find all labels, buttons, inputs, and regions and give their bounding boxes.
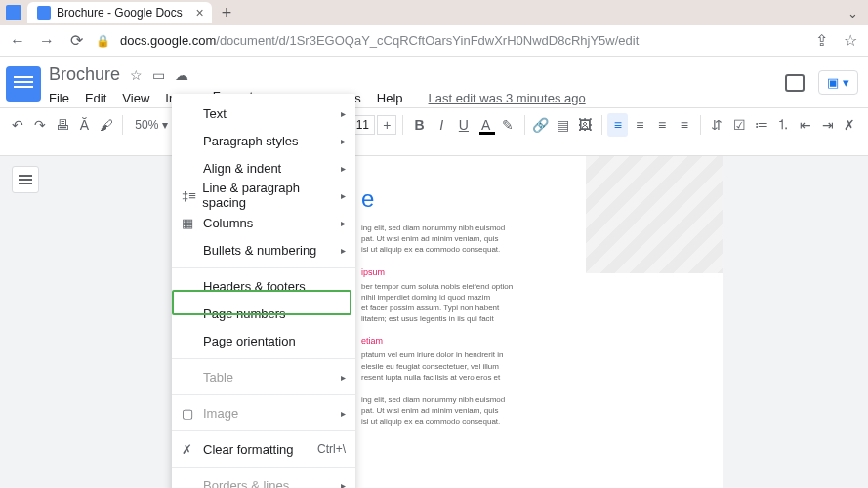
- bold-button[interactable]: B: [409, 113, 430, 137]
- shortcut-label: Ctrl+\: [317, 442, 346, 456]
- share-page-icon[interactable]: ⇪: [811, 31, 831, 50]
- decrease-indent-button[interactable]: ⇤: [796, 113, 816, 137]
- menu-bar: File Edit View Insert Format Tools Add-o…: [49, 89, 785, 107]
- chevron-right-icon: ▸: [341, 372, 346, 383]
- format-menu-dropdown: Text▸ Paragraph styles▸ Align & indent▸ …: [172, 94, 355, 488]
- reload-button[interactable]: ⟳: [66, 31, 86, 50]
- chevron-right-icon: ▸: [341, 108, 346, 119]
- forward-button[interactable]: →: [37, 32, 57, 50]
- present-icon: ▣: [827, 75, 839, 90]
- text-color-button[interactable]: A: [475, 113, 496, 137]
- numbered-list-button[interactable]: ⒈: [773, 113, 794, 137]
- browser-tab-bar: Brochure - Google Docs × + ⌄: [0, 0, 868, 25]
- last-edit-link[interactable]: Last edit was 3 minutes ago: [429, 91, 586, 105]
- menu-item-columns[interactable]: ▦Columns▸: [172, 209, 355, 236]
- ruler[interactable]: [0, 142, 868, 156]
- tab-title: Brochure - Google Docs: [57, 6, 183, 20]
- url-host: docs.google.com: [120, 33, 216, 48]
- url-path: /document/d/1Sr3EGOQaY_cCqRCftOarsYinFdw…: [216, 33, 639, 48]
- print-button[interactable]: 🖶: [52, 113, 72, 137]
- back-button[interactable]: ←: [8, 32, 27, 50]
- checklist-button[interactable]: ☑: [729, 113, 750, 137]
- chevron-right-icon: ▸: [341, 408, 346, 419]
- menu-edit[interactable]: Edit: [85, 91, 106, 105]
- underline-button[interactable]: U: [454, 113, 475, 137]
- menu-item-page-numbers[interactable]: Page numbers: [172, 300, 355, 327]
- present-button[interactable]: ▣ ▾: [818, 70, 858, 95]
- docs-favicon: [6, 5, 21, 20]
- tabs-menu-icon[interactable]: ⌄: [847, 6, 858, 20]
- insert-link-button[interactable]: 🔗: [530, 113, 551, 137]
- insert-image-button[interactable]: 🖼: [575, 113, 596, 137]
- new-tab-button[interactable]: +: [222, 3, 232, 23]
- lock-icon: 🔒: [96, 34, 110, 48]
- docs-logo-icon[interactable]: [6, 66, 41, 102]
- move-icon[interactable]: ▭: [152, 67, 165, 83]
- image-icon: ▢: [182, 406, 203, 421]
- menu-help[interactable]: Help: [377, 91, 403, 105]
- bulleted-list-button[interactable]: ≔: [751, 113, 771, 137]
- star-icon[interactable]: ☆: [841, 31, 860, 50]
- clear-formatting-button[interactable]: ✗: [840, 113, 860, 137]
- document-canvas: e ing elit, sed diam nonummy nibh euismo…: [0, 142, 868, 488]
- menu-item-image: ▢Image▸: [172, 399, 355, 427]
- increase-indent-button[interactable]: ⇥: [817, 113, 838, 137]
- chevron-right-icon: ▸: [341, 218, 346, 228]
- zoom-select[interactable]: 50% ▾: [129, 118, 174, 132]
- toolbar: ↶ ↷ 🖶 Ă 🖌 50% ▾ − 11 + B I U A ✎ 🔗 ▤ 🖼 ≡…: [0, 107, 868, 142]
- align-justify-button[interactable]: ≡: [674, 113, 694, 137]
- chevron-right-icon: ▸: [341, 245, 346, 256]
- line-spacing-button[interactable]: ⇵: [707, 113, 727, 137]
- address-bar[interactable]: docs.google.com/document/d/1Sr3EGOQaY_cC…: [120, 33, 802, 48]
- menu-file[interactable]: File: [49, 91, 69, 105]
- align-right-button[interactable]: ≡: [652, 113, 673, 137]
- browser-nav-bar: ← → ⟳ 🔒 docs.google.com/document/d/1Sr3E…: [0, 25, 868, 57]
- align-left-button[interactable]: ≡: [607, 113, 628, 137]
- menu-view[interactable]: View: [122, 91, 149, 105]
- columns-icon: ▦: [182, 216, 203, 230]
- docs-header: Brochure ☆ ▭ ☁ File Edit View Insert For…: [0, 57, 868, 107]
- page-subheading: etiam: [361, 336, 693, 346]
- menu-item-headers-footers[interactable]: Headers & footers: [172, 272, 355, 300]
- align-center-button[interactable]: ≡: [630, 113, 650, 137]
- star-icon[interactable]: ☆: [130, 67, 143, 83]
- chevron-right-icon: ▸: [341, 136, 346, 146]
- menu-item-borders-lines: Borders & lines▸: [172, 471, 355, 488]
- page-paragraph: ptatum vel eum iriure dolor in hendrerit…: [361, 349, 693, 383]
- chevron-down-icon: ▾: [162, 118, 168, 132]
- menu-item-clear-formatting[interactable]: ✗Clear formattingCtrl+\: [172, 435, 355, 463]
- page-paragraph: ber tempor cum soluta nobis eleifend opt…: [361, 281, 693, 325]
- menu-item-text[interactable]: Text▸: [172, 100, 355, 127]
- chevron-right-icon: ▸: [341, 163, 346, 174]
- menu-item-paragraph-styles[interactable]: Paragraph styles▸: [172, 127, 355, 154]
- chevron-right-icon: ▸: [341, 480, 346, 489]
- chevron-down-icon: ▾: [843, 75, 849, 90]
- line-spacing-icon: ‡≡: [182, 188, 202, 203]
- chevron-right-icon: ▸: [341, 190, 346, 201]
- redo-button[interactable]: ↷: [30, 113, 51, 137]
- paint-format-button[interactable]: 🖌: [97, 113, 117, 137]
- spellcheck-button[interactable]: Ă: [74, 113, 95, 137]
- zoom-value: 50%: [135, 118, 158, 132]
- page-paragraph: ing elit, sed diam nonummy nibh euismod …: [361, 394, 693, 427]
- comments-button[interactable]: [785, 74, 805, 92]
- menu-item-align-indent[interactable]: Align & indent▸: [172, 154, 355, 182]
- menu-item-line-spacing[interactable]: ‡≡Line & paragraph spacing▸: [172, 182, 355, 209]
- menu-item-table: Table▸: [172, 363, 355, 390]
- font-size-increase[interactable]: +: [377, 115, 396, 135]
- highlight-button[interactable]: ✎: [498, 113, 518, 137]
- insert-comment-button[interactable]: ▤: [553, 113, 573, 137]
- italic-button[interactable]: I: [432, 113, 452, 137]
- document-title[interactable]: Brochure: [49, 64, 120, 85]
- close-icon[interactable]: ×: [196, 5, 204, 20]
- page-decoration: [586, 156, 723, 273]
- undo-button[interactable]: ↶: [8, 113, 28, 137]
- menu-item-page-orientation[interactable]: Page orientation: [172, 327, 355, 354]
- menu-item-bullets-numbering[interactable]: Bullets & numbering▸: [172, 236, 355, 264]
- cloud-icon[interactable]: ☁: [175, 67, 188, 83]
- tab-favicon: [37, 6, 51, 20]
- clear-formatting-icon: ✗: [182, 442, 203, 457]
- browser-tab[interactable]: Brochure - Google Docs ×: [27, 2, 212, 23]
- outline-toggle-button[interactable]: [12, 166, 39, 193]
